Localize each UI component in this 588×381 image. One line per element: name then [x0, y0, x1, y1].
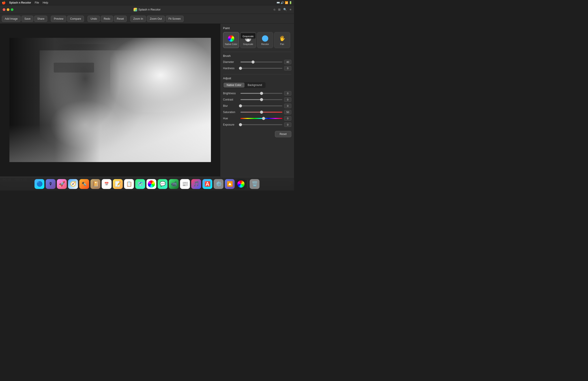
- tab-native-color[interactable]: Native Color: [224, 83, 245, 87]
- redo-button[interactable]: Redo: [101, 16, 113, 22]
- grayscale-tool[interactable]: Grayscale Grayscale: [240, 32, 256, 48]
- saturation-thumb[interactable]: [260, 111, 263, 114]
- contrast-slider[interactable]: [240, 99, 282, 100]
- recolor-tool[interactable]: Recolor: [257, 32, 273, 48]
- contrast-label: Contrast: [223, 98, 239, 101]
- dock-quill[interactable]: ✒️: [79, 179, 89, 189]
- native-color-tool[interactable]: Native Color: [223, 32, 239, 48]
- hardness-slider[interactable]: [240, 68, 282, 69]
- canvas-wrap[interactable]: [0, 24, 220, 176]
- dock-preferences[interactable]: ⚙️: [214, 179, 224, 189]
- dock-photos[interactable]: [147, 179, 156, 189]
- pan-label: Pan: [280, 43, 284, 45]
- blur-label: Blur: [223, 104, 239, 107]
- display-icon[interactable]: ⊞: [278, 8, 281, 11]
- hardness-thumb[interactable]: [239, 67, 242, 70]
- zoom-in-button[interactable]: Zoom In: [130, 16, 146, 22]
- exposure-slider[interactable]: [240, 124, 282, 125]
- native-color-label: Native Color: [225, 43, 237, 45]
- hardness-value: 0: [284, 66, 291, 71]
- diameter-slider[interactable]: [240, 61, 282, 62]
- app-menu-item[interactable]: Splash n Recolor: [9, 1, 31, 4]
- menu-icon[interactable]: ≡: [290, 8, 291, 11]
- titlebar: Splash n Recolor ⎋ ⊞ 🔍 ≡: [0, 5, 294, 14]
- share-button[interactable]: Share: [34, 16, 47, 22]
- dock-notes[interactable]: 📝: [113, 179, 123, 189]
- search-icon[interactable]: 🔍: [283, 8, 287, 11]
- maximize-button[interactable]: [11, 8, 13, 11]
- dock-music[interactable]: 🎵: [191, 179, 201, 189]
- brightness-slider[interactable]: [240, 93, 282, 94]
- file-menu-item[interactable]: File: [35, 1, 39, 4]
- app-icon: [133, 8, 137, 11]
- exposure-thumb[interactable]: [239, 123, 242, 126]
- dock-trash[interactable]: 🗑️: [250, 179, 259, 189]
- dock-messages[interactable]: 💬: [158, 179, 168, 189]
- dock-siri[interactable]: 🎙: [46, 179, 56, 189]
- adjust-tabs: Native Color Background: [223, 82, 266, 88]
- close-button[interactable]: [3, 8, 5, 11]
- adjust-reset-button[interactable]: Reset: [275, 131, 291, 137]
- dock-splash[interactable]: [236, 179, 246, 189]
- dock-separator: [248, 180, 248, 188]
- reset-button[interactable]: Reset: [114, 16, 127, 22]
- dock-news[interactable]: 📰: [180, 179, 190, 189]
- image-canvas[interactable]: [9, 38, 211, 162]
- traffic-lights: [3, 8, 13, 11]
- save-button[interactable]: Save: [21, 16, 33, 22]
- preview-button[interactable]: Preview: [51, 16, 66, 22]
- dock-contacts[interactable]: 📔: [90, 179, 100, 189]
- recolor-icon: [262, 35, 269, 42]
- blur-value: 0: [284, 104, 291, 108]
- dock-finder[interactable]: 🔵: [35, 179, 44, 189]
- dock-appstore[interactable]: 🅰️: [202, 179, 212, 189]
- native-color-icon: [228, 35, 235, 42]
- blur-slider[interactable]: [240, 105, 282, 106]
- divider-2: [223, 74, 291, 74]
- minimize-button[interactable]: [7, 8, 9, 11]
- adjust-title: Adjust: [223, 77, 291, 80]
- diameter-thumb[interactable]: [252, 60, 254, 63]
- add-image-button[interactable]: Add Image: [2, 16, 21, 22]
- pan-tool[interactable]: 🖐 Pan: [274, 32, 290, 48]
- hardness-row: Hardness 0: [223, 66, 291, 71]
- dock-safari[interactable]: 🧭: [68, 179, 78, 189]
- menubar-right-icons: ⌨️ 🔊 📶 🔋: [276, 1, 292, 4]
- grayscale-icon: [245, 35, 252, 42]
- hue-label: Hue: [223, 117, 239, 120]
- contrast-thumb[interactable]: [260, 98, 263, 101]
- hue-row: Hue 0: [223, 116, 291, 121]
- blur-row: Blur 0: [223, 104, 291, 108]
- exposure-row: Exposure 0: [223, 122, 291, 127]
- brightness-row: Brightness 0: [223, 91, 291, 96]
- dock-reminders[interactable]: 📋: [124, 179, 134, 189]
- help-menu-item[interactable]: Help: [42, 1, 48, 4]
- brightness-label: Brightness: [223, 92, 239, 95]
- hue-slider[interactable]: [240, 118, 282, 119]
- fit-screen-button[interactable]: Fit Screen: [166, 16, 184, 22]
- undo-button[interactable]: Undo: [87, 16, 100, 22]
- apple-menu[interactable]: 🍎: [2, 1, 6, 4]
- window-title: Splash n Recolor: [133, 8, 161, 11]
- brightness-value: 0: [284, 91, 291, 96]
- blur-thumb[interactable]: [239, 104, 242, 107]
- dock-calendar[interactable]: 📅: [102, 179, 111, 189]
- dock-launchpad[interactable]: 🚀: [57, 179, 67, 189]
- dock-launchpad2[interactable]: 🔼: [225, 179, 235, 189]
- compare-button[interactable]: Compare: [67, 16, 84, 22]
- hue-thumb[interactable]: [262, 117, 265, 120]
- dock-maps[interactable]: 🗺️: [135, 179, 145, 189]
- toolbar: Add Image Save Share Preview Compare Und…: [0, 14, 294, 24]
- brightness-thumb[interactable]: [260, 92, 263, 95]
- saturation-slider[interactable]: [240, 112, 282, 113]
- paint-section: Paint Native Color: [223, 26, 291, 48]
- divider-1: [223, 52, 291, 52]
- right-panel: Paint Native Color: [220, 24, 294, 182]
- menubar: 🍎 Splash n Recolor File Help ⌨️ 🔊 📶 🔋: [0, 0, 294, 5]
- cast-icon[interactable]: ⎋: [274, 8, 275, 11]
- dock: 🔵 🎙 🚀 🧭 ✒️ 📔 📅 📝 📋: [0, 177, 294, 191]
- paint-title: Paint: [223, 26, 291, 30]
- tab-background[interactable]: Background: [245, 83, 265, 87]
- dock-facetime[interactable]: 📹: [169, 179, 179, 189]
- zoom-out-button[interactable]: Zoom Out: [147, 16, 165, 22]
